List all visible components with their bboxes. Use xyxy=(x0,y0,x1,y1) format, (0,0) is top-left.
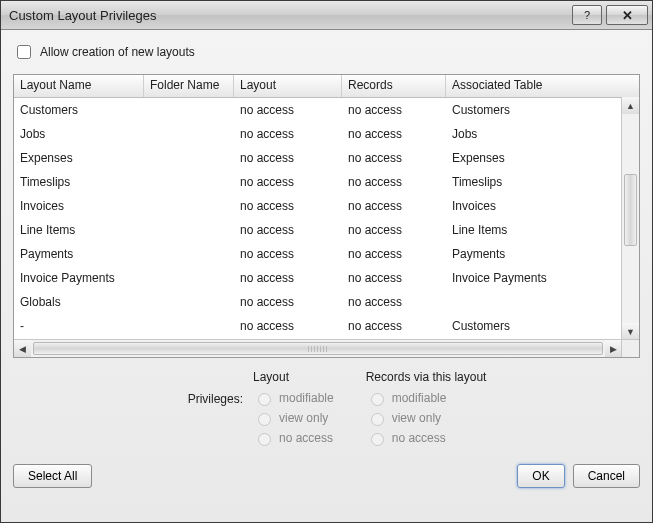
col-header-associated[interactable]: Associated Table xyxy=(446,75,639,97)
cell-layout: no access xyxy=(234,295,342,310)
hscroll-thumb[interactable] xyxy=(33,342,603,355)
records-modifiable-radio[interactable] xyxy=(371,393,384,406)
cell-associated: Customers xyxy=(446,319,639,333)
vscroll-track[interactable] xyxy=(622,114,639,323)
scroll-left-icon[interactable]: ◀ xyxy=(14,340,31,357)
cancel-button[interactable]: Cancel xyxy=(573,464,640,488)
table-body-viewport: Customersno accessno accessCustomersJobs… xyxy=(14,98,639,357)
layout-viewonly-row[interactable]: view only xyxy=(253,410,334,426)
cell-associated: Customers xyxy=(446,103,639,118)
cell-records: no access xyxy=(342,247,446,262)
allow-creation-label: Allow creation of new layouts xyxy=(40,45,195,59)
cell-layout: no access xyxy=(234,223,342,238)
cell-layout: no access xyxy=(234,271,342,286)
cell-folder_name xyxy=(144,206,234,207)
layout-viewonly-radio[interactable] xyxy=(258,413,271,426)
vscroll-thumb[interactable] xyxy=(624,174,637,246)
cell-associated: Payments xyxy=(446,247,639,262)
table-row[interactable]: Invoice Paymentsno accessno accessInvoic… xyxy=(14,266,639,290)
records-noaccess-row[interactable]: no access xyxy=(366,430,487,446)
allow-creation-checkbox[interactable] xyxy=(17,45,31,59)
cell-layout: no access xyxy=(234,151,342,166)
cell-layout_name: - xyxy=(14,319,144,333)
cell-layout: no access xyxy=(234,199,342,214)
privilege-layout-col: Layout modifiable view only no access xyxy=(253,370,334,446)
table-header: Layout Name Folder Name Layout Records A… xyxy=(14,75,639,98)
table-body: Customersno accessno accessCustomersJobs… xyxy=(14,98,639,338)
cell-associated: Expenses xyxy=(446,151,639,166)
privileges-label: Privileges: xyxy=(13,370,243,406)
table-row[interactable]: Invoicesno accessno accessInvoices xyxy=(14,194,639,218)
table-row[interactable]: Line Itemsno accessno accessLine Items xyxy=(14,218,639,242)
cell-layout: no access xyxy=(234,103,342,118)
cell-records: no access xyxy=(342,271,446,286)
cell-layout: no access xyxy=(234,247,342,262)
cell-layout_name: Expenses xyxy=(14,151,144,166)
col-header-folder-name[interactable]: Folder Name xyxy=(144,75,234,97)
cell-associated: Timeslips xyxy=(446,175,639,190)
table-row[interactable]: Globalsno accessno access xyxy=(14,290,639,314)
table-row[interactable]: -no accessno accessCustomers xyxy=(14,314,639,338)
layout-noaccess-label: no access xyxy=(279,431,333,445)
cell-layout_name: Timeslips xyxy=(14,175,144,190)
scroll-corner xyxy=(621,339,639,357)
privileges-columns: Layout modifiable view only no access xyxy=(253,370,486,446)
cell-associated: Invoice Payments xyxy=(446,271,639,286)
layout-viewonly-label: view only xyxy=(279,411,328,425)
privilege-layout-header: Layout xyxy=(253,370,334,384)
scroll-up-icon[interactable]: ▲ xyxy=(622,97,639,114)
layout-modifiable-radio[interactable] xyxy=(258,393,271,406)
cell-folder_name xyxy=(144,110,234,111)
table-row[interactable]: Jobsno accessno accessJobs xyxy=(14,122,639,146)
table-row[interactable]: Expensesno accessno accessExpenses xyxy=(14,146,639,170)
cell-layout_name: Invoice Payments xyxy=(14,271,144,286)
layout-modifiable-row[interactable]: modifiable xyxy=(253,390,334,406)
records-modifiable-label: modifiable xyxy=(392,391,447,405)
cell-folder_name xyxy=(144,134,234,135)
cell-associated xyxy=(446,302,639,303)
help-button[interactable]: ? xyxy=(572,5,602,25)
horizontal-scrollbar[interactable]: ◀ ▶ xyxy=(14,339,622,357)
records-viewonly-radio[interactable] xyxy=(371,413,384,426)
vertical-scrollbar[interactable]: ▲ ▼ xyxy=(621,97,639,340)
col-header-layout[interactable]: Layout xyxy=(234,75,342,97)
close-button[interactable]: ✕ xyxy=(606,5,648,25)
cell-folder_name xyxy=(144,230,234,231)
dialog-body: Allow creation of new layouts Layout Nam… xyxy=(1,30,652,522)
cell-layout: no access xyxy=(234,319,342,333)
col-header-layout-name[interactable]: Layout Name xyxy=(14,75,144,97)
title-bar: Custom Layout Privileges ? ✕ xyxy=(1,1,652,30)
cell-associated: Jobs xyxy=(446,127,639,142)
cell-records: no access xyxy=(342,199,446,214)
records-viewonly-row[interactable]: view only xyxy=(366,410,487,426)
scroll-right-icon[interactable]: ▶ xyxy=(605,340,622,357)
cell-layout_name: Jobs xyxy=(14,127,144,142)
records-modifiable-row[interactable]: modifiable xyxy=(366,390,487,406)
records-noaccess-radio[interactable] xyxy=(371,433,384,446)
cell-records: no access xyxy=(342,295,446,310)
cell-layout_name: Line Items xyxy=(14,223,144,238)
layout-noaccess-row[interactable]: no access xyxy=(253,430,334,446)
dialog-window: Custom Layout Privileges ? ✕ Allow creat… xyxy=(0,0,653,523)
cell-layout_name: Payments xyxy=(14,247,144,262)
cell-folder_name xyxy=(144,254,234,255)
select-all-button[interactable]: Select All xyxy=(13,464,92,488)
layouts-table: Layout Name Folder Name Layout Records A… xyxy=(13,74,640,358)
layout-noaccess-radio[interactable] xyxy=(258,433,271,446)
scroll-down-icon[interactable]: ▼ xyxy=(622,323,639,340)
cell-records: no access xyxy=(342,151,446,166)
cell-layout_name: Invoices xyxy=(14,199,144,214)
cell-folder_name xyxy=(144,158,234,159)
ok-button[interactable]: OK xyxy=(517,464,564,488)
table-row[interactable]: Timeslipsno accessno accessTimeslips xyxy=(14,170,639,194)
cell-records: no access xyxy=(342,223,446,238)
col-header-records[interactable]: Records xyxy=(342,75,446,97)
cell-records: no access xyxy=(342,127,446,142)
hscroll-track[interactable] xyxy=(31,340,605,357)
cell-folder_name xyxy=(144,182,234,183)
table-row[interactable]: Customersno accessno accessCustomers xyxy=(14,98,639,122)
window-title: Custom Layout Privileges xyxy=(9,8,568,23)
table-row[interactable]: Paymentsno accessno accessPayments xyxy=(14,242,639,266)
allow-creation-row[interactable]: Allow creation of new layouts xyxy=(13,40,640,66)
privileges-area: Privileges: Layout modifiable view only … xyxy=(13,366,640,446)
